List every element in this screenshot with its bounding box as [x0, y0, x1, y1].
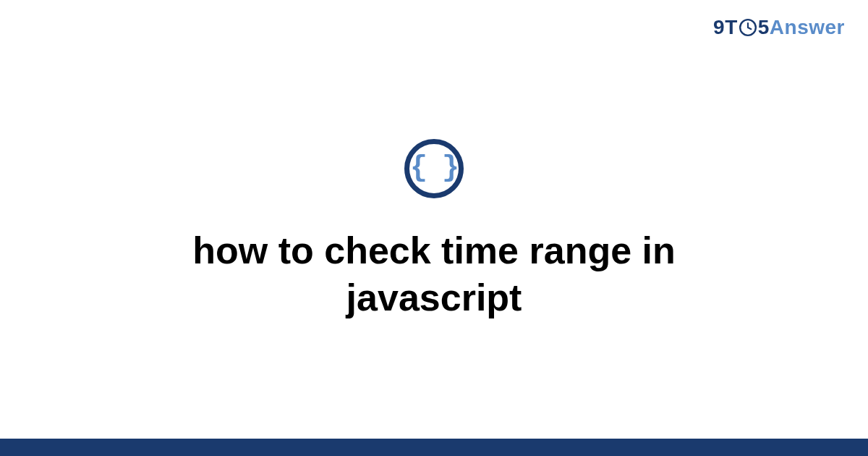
- footer-bar: [0, 439, 868, 456]
- main-content: { } how to check time range in javascrip…: [0, 0, 868, 439]
- page-title: how to check time range in javascript: [109, 227, 760, 321]
- braces-glyph: { }: [410, 154, 458, 183]
- code-braces-icon: { }: [404, 139, 464, 198]
